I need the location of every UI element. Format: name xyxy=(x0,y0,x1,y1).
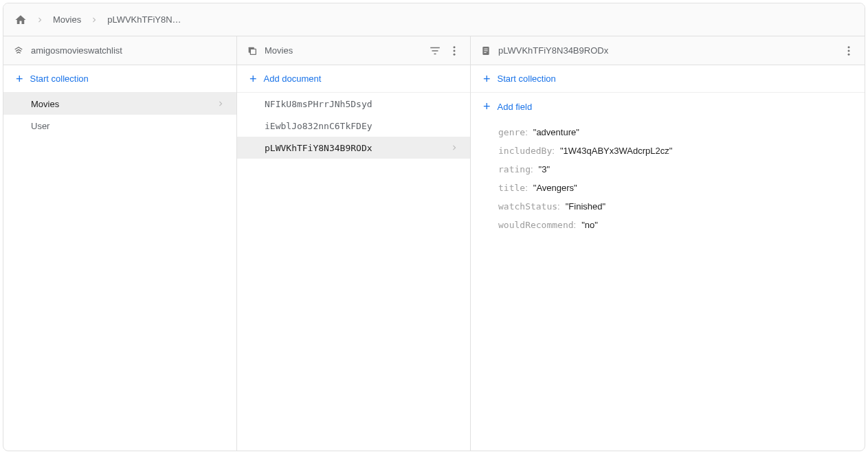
collection-item[interactable]: User xyxy=(3,115,236,137)
chevron-right-icon xyxy=(35,15,45,25)
document-item[interactable]: iEwblJo832nnC6TkFDEy xyxy=(237,115,470,137)
chevron-right-icon xyxy=(216,99,225,109)
field-key: watchStatus xyxy=(498,201,557,212)
field-list: genre: "adventure" includedBy: "1W43qABY… xyxy=(471,120,865,234)
more-vert-icon[interactable] xyxy=(448,45,460,57)
document-title: pLWVKhTFiY8N34B9RODx xyxy=(498,45,836,56)
svg-point-9 xyxy=(848,46,850,48)
filter-icon[interactable] xyxy=(429,45,441,57)
add-field-label: Add field xyxy=(498,102,533,112)
svg-point-11 xyxy=(848,53,850,55)
collection-list: Movies User xyxy=(3,93,236,451)
start-collection-label: Start collection xyxy=(30,73,89,84)
document-item[interactable]: NFIkU8msPHrrJNh5Dsyd xyxy=(237,93,470,115)
field-key: genre xyxy=(498,127,525,137)
collection-name: Movies xyxy=(31,99,59,109)
collection-stack-icon xyxy=(247,45,258,56)
document-id: NFIkU8msPHrrJNh5Dsyd xyxy=(265,99,372,109)
svg-point-4 xyxy=(454,53,456,55)
field-row[interactable]: includedBy: "1W43qABYx3WAdcrpL2cz" xyxy=(471,141,865,160)
chevron-right-icon xyxy=(89,15,99,25)
add-field-button[interactable]: + Add field xyxy=(471,93,865,120)
breadcrumb-item[interactable]: pLWVKhTFiY8N… xyxy=(107,14,181,25)
breadcrumb-item[interactable]: Movies xyxy=(53,14,81,25)
collection-panel: Movies + Add document NFIkU8msPHrrJNh5Ds… xyxy=(237,36,471,451)
database-title: amigosmovieswatchlist xyxy=(31,45,227,56)
field-value: "Finished" xyxy=(566,201,605,212)
document-panel: pLWVKhTFiY8N34B9RODx + Start collection … xyxy=(471,36,865,451)
field-value: "3" xyxy=(539,164,550,174)
collection-name: User xyxy=(31,121,49,131)
document-id: pLWVKhTFiY8N34B9RODx xyxy=(265,143,372,153)
svg-point-2 xyxy=(454,46,456,48)
svg-point-3 xyxy=(454,49,456,52)
document-panel-header: pLWVKhTFiY8N34B9RODx xyxy=(471,36,865,65)
add-document-label: Add document xyxy=(264,73,322,84)
chevron-right-icon xyxy=(449,143,459,152)
field-row[interactable]: rating: "3" xyxy=(471,160,865,179)
field-row[interactable]: title: "Avengers" xyxy=(471,179,865,197)
start-collection-button[interactable]: + Start collection xyxy=(3,65,236,93)
field-key: rating xyxy=(498,164,531,174)
database-panel-header: amigosmovieswatchlist xyxy=(3,36,236,65)
svg-rect-6 xyxy=(484,48,487,49)
field-value: "1W43qABYx3WAdcrpL2cz" xyxy=(560,146,672,156)
database-panel: amigosmovieswatchlist + Start collection… xyxy=(3,36,237,451)
field-key: includedBy xyxy=(498,146,552,156)
field-key: title xyxy=(498,183,525,193)
home-icon[interactable] xyxy=(14,14,27,26)
field-row[interactable]: genre: "adventure" xyxy=(471,123,865,141)
document-item[interactable]: pLWVKhTFiY8N34B9RODx xyxy=(237,137,470,159)
start-subcollection-label: Start collection xyxy=(498,73,556,84)
breadcrumb: Movies pLWVKhTFiY8N… xyxy=(3,3,865,36)
field-row[interactable]: wouldRecommend: "no" xyxy=(471,216,865,234)
document-list: NFIkU8msPHrrJNh5Dsyd iEwblJo832nnC6TkFDE… xyxy=(237,93,470,451)
start-subcollection-button[interactable]: + Start collection xyxy=(471,65,865,93)
document-icon xyxy=(480,45,491,56)
collection-panel-header: Movies xyxy=(237,36,470,65)
collection-item[interactable]: Movies xyxy=(3,93,236,115)
field-row[interactable]: watchStatus: "Finished" xyxy=(471,197,865,216)
add-document-button[interactable]: + Add document xyxy=(237,65,470,93)
database-icon xyxy=(13,45,24,56)
field-value: "Avengers" xyxy=(533,183,577,193)
document-id: iEwblJo832nnC6TkFDEy xyxy=(265,121,372,131)
database-viewer: Movies pLWVKhTFiY8N… amigosmovieswatchli… xyxy=(3,3,865,451)
panels: amigosmovieswatchlist + Start collection… xyxy=(3,36,865,451)
field-value: "adventure" xyxy=(533,127,579,137)
svg-rect-1 xyxy=(250,49,256,54)
field-value: "no" xyxy=(581,220,598,230)
svg-point-10 xyxy=(848,49,850,52)
more-vert-icon[interactable] xyxy=(843,45,855,57)
collection-title: Movies xyxy=(265,45,422,56)
svg-rect-7 xyxy=(484,50,487,51)
svg-rect-8 xyxy=(484,52,486,53)
field-key: wouldRecommend xyxy=(498,220,574,230)
